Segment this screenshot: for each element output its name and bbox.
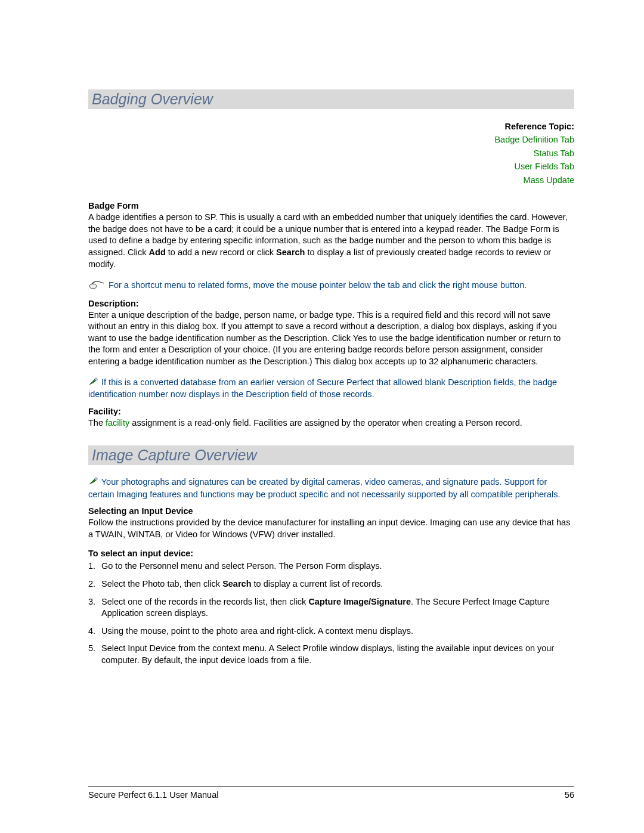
pin-icon	[88, 376, 99, 389]
step-3: Select one of the records in the records…	[98, 596, 574, 620]
section-heading-badging: Badging Overview	[88, 89, 574, 109]
description-body: Enter a unique description of the badge,…	[88, 309, 574, 368]
step-4: Using the mouse, point to the photo area…	[98, 625, 574, 637]
footer-title: Secure Perfect 6.1.1 User Manual	[88, 790, 218, 800]
badge-form-paragraph: A badge identifies a person to SP. This …	[88, 212, 574, 270]
ref-link-status-tab[interactable]: Status Tab	[88, 147, 574, 160]
facility-heading: Facility:	[88, 407, 574, 416]
ref-link-user-fields[interactable]: User Fields Tab	[88, 160, 574, 173]
to-select-input-device-heading: To select an input device:	[88, 549, 574, 558]
ref-link-mass-update[interactable]: Mass Update	[88, 174, 574, 187]
svg-point-1	[95, 377, 97, 380]
svg-point-2	[95, 478, 97, 480]
footer-page-number: 56	[565, 790, 574, 800]
facility-body: The facility assignment is a read-only f…	[88, 417, 574, 429]
document-page: Badging Overview Reference Topic: Badge …	[0, 0, 644, 833]
page-footer: Secure Perfect 6.1.1 User Manual 56	[88, 786, 574, 800]
description-heading: Description:	[88, 299, 574, 308]
reference-label: Reference Topic:	[88, 120, 574, 133]
pin-icon	[88, 476, 99, 489]
tip-shortcut-menu: For a shortcut menu to related forms, mo…	[88, 278, 574, 293]
selecting-input-device-heading: Selecting an Input Device	[88, 506, 574, 516]
section-heading-image-capture: Image Capture Overview	[88, 445, 574, 465]
note-converted-db: If this is a converted database from an …	[88, 376, 574, 401]
reference-topic-box: Reference Topic: Badge Definition Tab St…	[88, 120, 574, 187]
ref-link-badge-definition[interactable]: Badge Definition Tab	[88, 133, 574, 146]
step-5: Select Input Device from the context men…	[98, 643, 574, 666]
badge-form-heading: Badge Form	[88, 201, 574, 210]
mouse-icon	[88, 278, 106, 293]
search-text: Search	[276, 247, 305, 257]
add-text: Add	[149, 247, 166, 257]
svg-point-0	[89, 284, 97, 289]
step-1: Go to the Personnel menu and select Pers…	[98, 561, 574, 572]
steps-list: Go to the Personnel menu and select Pers…	[98, 561, 574, 666]
step-2: Select the Photo tab, then click Search …	[98, 578, 574, 590]
selecting-input-device-body: Follow the instructions provided by the …	[88, 517, 574, 540]
note-image-capture: Your photographs and signatures can be c…	[88, 476, 574, 500]
facility-link[interactable]: facility	[106, 418, 129, 428]
